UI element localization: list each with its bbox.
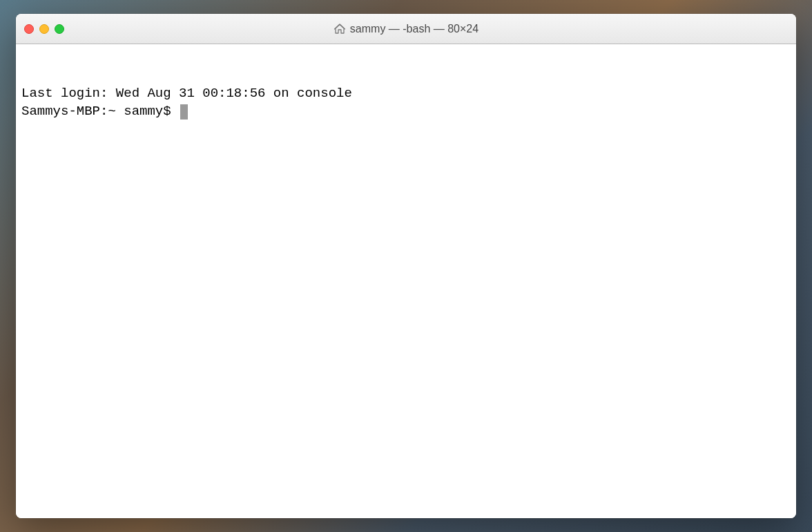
terminal-content[interactable]: Last login: Wed Aug 31 00:18:56 on conso… xyxy=(16,44,796,518)
window-title: sammy — -bash — 80×24 xyxy=(350,23,478,35)
prompt-text: Sammys-MBP:~ sammy$ xyxy=(21,103,179,121)
titlebar[interactable]: sammy — -bash — 80×24 xyxy=(16,14,796,44)
last-login-line: Last login: Wed Aug 31 00:18:56 on conso… xyxy=(21,85,791,103)
home-icon xyxy=(334,23,346,35)
cursor xyxy=(180,104,188,120)
traffic-lights xyxy=(24,24,64,34)
title-content: sammy — -bash — 80×24 xyxy=(16,23,796,35)
maximize-button[interactable] xyxy=(55,24,64,34)
terminal-window: sammy — -bash — 80×24 Last login: Wed Au… xyxy=(16,14,796,518)
minimize-button[interactable] xyxy=(39,24,49,34)
close-button[interactable] xyxy=(24,24,34,34)
prompt-line: Sammys-MBP:~ sammy$ xyxy=(21,103,791,121)
